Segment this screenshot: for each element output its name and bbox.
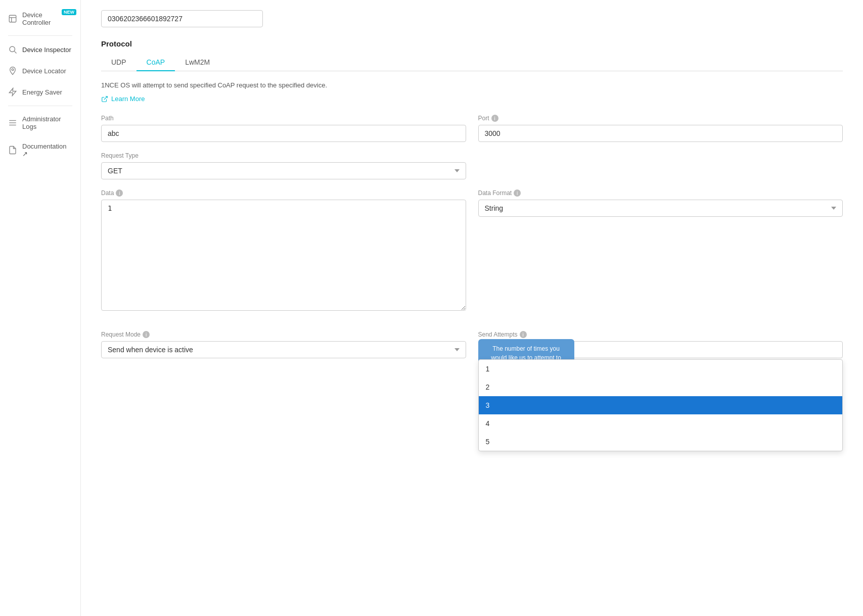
sidebar-item-device-controller[interactable]: Device Controller NEW bbox=[0, 5, 80, 32]
sidebar-item-energy-saver[interactable]: Energy Saver bbox=[0, 81, 80, 103]
sidebar-item-label: Device Locator bbox=[22, 67, 66, 75]
tab-lwm2m[interactable]: LwM2M bbox=[175, 54, 220, 71]
tab-coap[interactable]: CoAP bbox=[137, 54, 175, 71]
request-mode-select[interactable]: Send when device is active Send immediat… bbox=[101, 341, 466, 358]
port-info-icon[interactable]: i bbox=[491, 115, 498, 122]
request-type-select[interactable]: GET POST PUT DELETE bbox=[101, 162, 466, 179]
sidebar-item-label: Device Inspector bbox=[22, 46, 71, 54]
send-attempts-label: Send Attempts i bbox=[478, 331, 843, 338]
request-type-label: Request Type bbox=[101, 152, 466, 159]
path-port-row: Path Port i bbox=[101, 115, 843, 142]
request-mode-group: Request Mode i Send when device is activ… bbox=[101, 331, 466, 358]
sidebar-item-administrator-logs[interactable]: Administrator Logs bbox=[0, 109, 80, 136]
admin-logs-icon bbox=[8, 118, 17, 127]
port-group: Port i bbox=[478, 115, 843, 142]
svg-point-5 bbox=[12, 69, 14, 71]
sidebar-item-device-locator[interactable]: Device Locator bbox=[0, 60, 80, 81]
external-link-icon bbox=[101, 96, 108, 103]
port-input[interactable] bbox=[478, 125, 843, 142]
data-format-info-icon[interactable]: i bbox=[514, 189, 521, 197]
divider-2 bbox=[8, 106, 72, 106]
port-label: Port i bbox=[478, 115, 843, 122]
dropdown-item-1[interactable]: 1 bbox=[479, 360, 843, 378]
dropdown-item-2[interactable]: 2 bbox=[479, 378, 843, 396]
bottom-row: Request Mode i Send when device is activ… bbox=[101, 331, 843, 358]
svg-marker-6 bbox=[9, 88, 16, 96]
device-controller-icon bbox=[8, 14, 17, 23]
request-type-group: Request Type GET POST PUT DELETE bbox=[101, 152, 466, 179]
protocol-tabs: UDP CoAP LwM2M bbox=[101, 54, 843, 71]
device-id-input[interactable] bbox=[101, 10, 263, 27]
data-label: Data i bbox=[101, 189, 466, 197]
svg-rect-0 bbox=[9, 15, 16, 22]
main-content: Protocol UDP CoAP LwM2M 1NCE OS will att… bbox=[81, 0, 863, 616]
data-format-label: Data Format i bbox=[478, 189, 843, 197]
data-textarea[interactable]: 1 bbox=[101, 200, 466, 311]
new-badge: NEW bbox=[62, 9, 76, 15]
data-info-icon[interactable]: i bbox=[116, 189, 123, 197]
protocol-label: Protocol bbox=[101, 39, 843, 48]
data-row: Data i 1 Data Format i String Hex Base64… bbox=[101, 189, 843, 311]
request-mode-info-icon[interactable]: i bbox=[143, 331, 150, 338]
sidebar-item-device-inspector[interactable]: Device Inspector bbox=[0, 39, 80, 60]
dropdown-item-5[interactable]: 5 bbox=[479, 433, 843, 451]
request-mode-label: Request Mode i bbox=[101, 331, 466, 338]
send-attempts-dropdown: 1 2 3 4 5 bbox=[478, 359, 843, 451]
device-locator-icon bbox=[8, 66, 17, 75]
sidebar-item-label: Energy Saver bbox=[22, 88, 62, 96]
path-label: Path bbox=[101, 115, 466, 122]
data-format-select[interactable]: String Hex Base64 bbox=[478, 200, 843, 217]
sidebar-item-documentation[interactable]: Documentation ↗ bbox=[0, 136, 80, 164]
path-group: Path bbox=[101, 115, 466, 142]
sidebar-item-label: Documentation ↗ bbox=[22, 143, 72, 158]
divider-1 bbox=[8, 35, 72, 36]
request-type-row: Request Type GET POST PUT DELETE bbox=[101, 152, 843, 179]
coap-description: 1NCE OS will attempt to send specified C… bbox=[101, 81, 843, 89]
device-inspector-icon bbox=[8, 45, 17, 54]
dropdown-item-4[interactable]: 4 bbox=[479, 414, 843, 433]
learn-more-link[interactable]: Learn More bbox=[101, 95, 843, 103]
documentation-icon bbox=[8, 146, 17, 155]
svg-line-4 bbox=[14, 51, 16, 53]
svg-line-10 bbox=[104, 96, 107, 99]
sidebar: Device Controller NEW Device Inspector D… bbox=[0, 0, 81, 616]
path-input[interactable] bbox=[101, 125, 466, 142]
data-format-group: Data Format i String Hex Base64 The numb… bbox=[478, 189, 843, 311]
dropdown-item-3[interactable]: 3 bbox=[479, 396, 843, 414]
send-attempts-info-icon[interactable]: i bbox=[520, 331, 527, 338]
sidebar-item-label: Administrator Logs bbox=[22, 115, 72, 130]
svg-point-3 bbox=[10, 46, 15, 52]
data-group: Data i 1 bbox=[101, 189, 466, 311]
energy-saver-icon bbox=[8, 87, 17, 97]
tab-udp[interactable]: UDP bbox=[101, 54, 137, 71]
